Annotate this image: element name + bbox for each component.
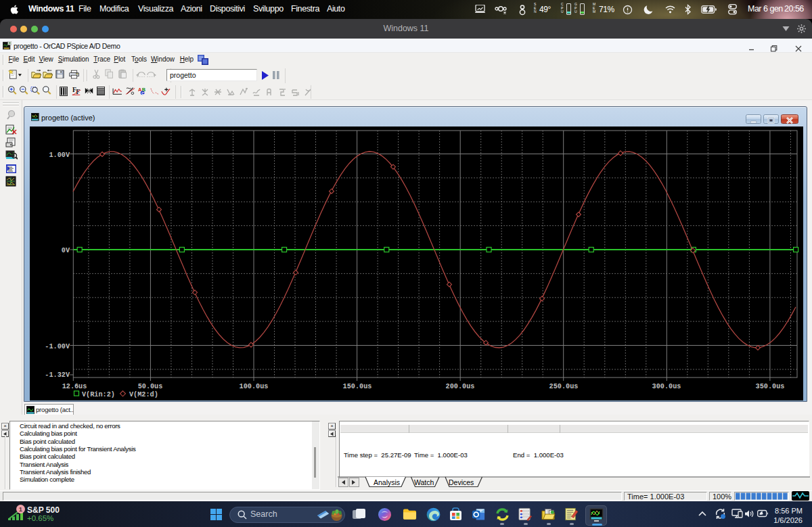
svg-text:1.00V: 1.00V (49, 152, 70, 159)
svg-text:Devices: Devices (449, 478, 474, 486)
svg-text:-1.00V: -1.00V (45, 343, 70, 350)
svg-text:150.0us: 150.0us (343, 383, 372, 390)
svg-text:Analysis: Analysis (374, 478, 400, 486)
svg-text:100.0us: 100.0us (240, 383, 269, 390)
svg-text:V(Rin:2): V(Rin:2) (82, 391, 115, 398)
svg-text:-1.32V: -1.32V (45, 371, 70, 379)
svg-text:V(M2:d): V(M2:d) (129, 391, 158, 398)
svg-text:0V: 0V (62, 247, 70, 254)
svg-text:50.0us: 50.0us (138, 383, 163, 390)
svg-text:Watch: Watch (414, 478, 434, 486)
svg-text:C: C (141, 91, 144, 95)
svg-text:250.0us: 250.0us (549, 383, 579, 390)
svg-text:350.0us: 350.0us (756, 383, 785, 390)
svg-text:12.6us: 12.6us (62, 383, 87, 390)
svg-text:300.0us: 300.0us (652, 383, 681, 390)
svg-text:200.0us: 200.0us (446, 383, 475, 390)
